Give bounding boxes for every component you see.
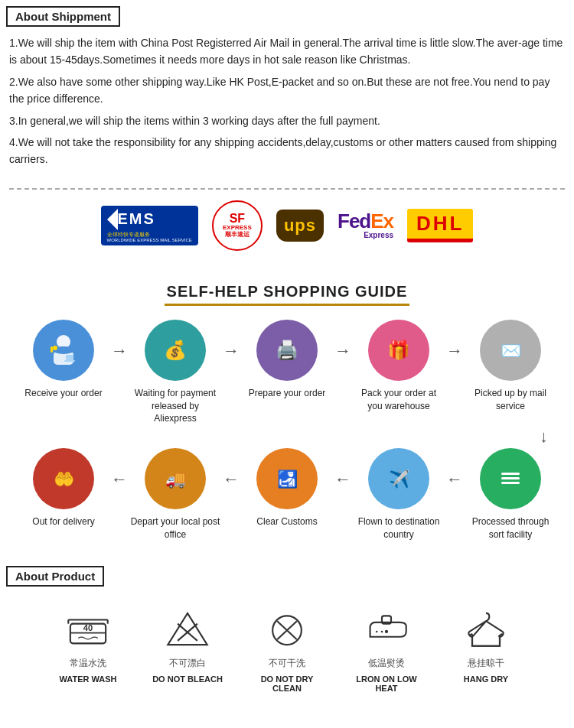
svg-rect-6 <box>64 360 75 362</box>
step-5-label: Picked up by mail service <box>465 387 556 413</box>
down-arrow: ↓ <box>0 427 574 447</box>
care-water-wash: 40 常温水洗 WATER WASH <box>50 606 126 693</box>
guide-step-3: 🖨️ Prepare your order <box>241 320 333 400</box>
wash-icon: 40 <box>65 608 111 650</box>
guide-underline <box>165 304 409 306</box>
no-bleach-icon <box>165 608 210 650</box>
svg-rect-4 <box>51 346 53 353</box>
guide-section: SELF-HELP SHOPPING GUIDE Receive your or… <box>0 269 574 541</box>
arrow-3: → <box>333 341 353 361</box>
low-iron-label-en: LRON ON LOW HEAT <box>348 674 425 693</box>
guide-row-2: 🤲 Out for delivery ← 🚚 Depart your local… <box>0 448 574 541</box>
step-5-icon: ✉️ <box>480 320 541 381</box>
care-no-dry-clean: 不可干洗 DO NOT DRY CLEAN <box>249 606 325 693</box>
sf-express-logo: SF EXPRESS顺丰速运 <box>212 200 263 251</box>
svg-text:🤲: 🤲 <box>54 469 75 489</box>
guide-step-5: ✉️ Picked up by mail service <box>465 320 556 413</box>
step-1-label: Receive your order <box>24 387 102 400</box>
guide-row-1: Receive your order → 💰 Waiting for payme… <box>0 320 574 425</box>
product-section: About Product 40 常温水洗 <box>0 560 574 700</box>
care-hang-dry: 悬挂晾干 HANG DRY <box>448 606 524 693</box>
carrier-logos-row: EMS 全球特快专递服务 WORLDWIDE EXPRESS MAIL SERV… <box>9 188 565 258</box>
step-2-label: Waiting for payment released by Aliexpre… <box>129 387 221 425</box>
svg-text:🚚: 🚚 <box>165 469 187 489</box>
step-10-label: Processed through sort facility <box>465 515 556 541</box>
svg-rect-24 <box>501 473 520 475</box>
svg-text:💰: 💰 <box>164 339 187 361</box>
care-low-iron: 低温熨烫 LRON ON LOW HEAT <box>348 606 425 693</box>
wash-label-cn: 常温水洗 <box>70 657 106 670</box>
svg-text:🖨️: 🖨️ <box>276 339 298 361</box>
shipping-header: About Shippment <box>0 0 574 31</box>
step-9-icon: ✈️ <box>368 448 429 509</box>
svg-point-42 <box>381 631 383 633</box>
shipping-point-3: 3.In general,we will ship the items with… <box>9 112 565 129</box>
svg-text:🎁: 🎁 <box>387 339 410 361</box>
guide-title: SELF-HELP SHOPPING GUIDE <box>0 269 574 304</box>
care-icons-row: 40 常温水洗 WATER WASH <box>0 591 574 700</box>
step-7-label: Depart your local post office <box>129 515 221 541</box>
shipping-point-4: 4.We will not take the responsibility fo… <box>9 134 565 168</box>
dhl-logo: DHL <box>407 209 473 242</box>
ups-logo: ups <box>276 210 324 242</box>
wash-label-en: WATER WASH <box>60 674 117 684</box>
no-dry-clean-label-en: DO NOT DRY CLEAN <box>249 674 325 693</box>
left-arrow-2: ← <box>221 470 241 489</box>
low-iron-icon <box>364 608 409 650</box>
hang-dry-label-en: HANG DRY <box>464 674 508 684</box>
hang-dry-label-cn: 悬挂晾干 <box>468 657 504 670</box>
hang-dry-icon <box>463 608 509 650</box>
ems-logo: EMS 全球特快专递服务 WORLDWIDE EXPRESS MAIL SERV… <box>101 206 198 245</box>
step-6-icon: 🤲 <box>33 448 94 509</box>
svg-text:40: 40 <box>83 623 93 632</box>
step-3-icon: 🖨️ <box>256 320 318 381</box>
product-header: About Product <box>0 560 574 591</box>
guide-step-6: 🤲 Out for delivery <box>18 448 109 528</box>
arrow-2: → <box>221 341 241 361</box>
product-title: About Product <box>6 566 104 587</box>
step-9-label: Flown to destination country <box>353 515 445 541</box>
step-7-icon: 🚚 <box>145 448 206 509</box>
svg-text:✉️: ✉️ <box>501 340 522 361</box>
low-iron-label-cn: 低温熨烫 <box>368 657 405 670</box>
left-arrow-1: ← <box>109 470 129 489</box>
guide-step-7: 🚚 Depart your local post office <box>129 448 221 541</box>
guide-step-8: 🛃 Clear Customs <box>241 448 333 528</box>
no-bleach-label-cn: 不可漂白 <box>169 657 206 670</box>
shipping-body: 1.We will ship the item with China Post … <box>0 31 574 180</box>
svg-point-41 <box>376 631 378 633</box>
care-no-bleach: 不可漂白 DO NOT BLEACH <box>149 606 226 693</box>
svg-marker-33 <box>168 613 207 645</box>
step-2-icon: 💰 <box>145 320 206 381</box>
svg-text:✈️: ✈️ <box>389 469 410 489</box>
arrow-1: → <box>109 341 129 361</box>
step-4-icon: 🎁 <box>368 320 429 381</box>
shipping-point-1: 1.We will ship the item with China Post … <box>9 34 565 69</box>
step-10-icon <box>480 448 541 509</box>
left-arrow-3: ← <box>333 470 353 489</box>
fedex-logo: FedEx Express <box>338 211 393 239</box>
shipping-point-2: 2.We also have some other shipping way.L… <box>9 73 565 108</box>
guide-step-10: Processed through sort facility <box>465 448 556 541</box>
no-dry-clean-icon <box>264 608 310 650</box>
step-4-label: Pack your order at you warehouse <box>353 387 445 413</box>
step-6-label: Out for delivery <box>32 515 94 528</box>
left-arrow-4: ← <box>445 470 465 489</box>
svg-rect-26 <box>501 482 520 484</box>
guide-step-4: 🎁 Pack your order at you warehouse <box>353 320 445 413</box>
no-dry-clean-label-cn: 不可干洗 <box>269 657 305 670</box>
step-8-icon: 🛃 <box>256 448 318 509</box>
no-bleach-label-en: DO NOT BLEACH <box>152 674 223 684</box>
guide-step-1: Receive your order <box>18 320 109 400</box>
shipping-title: About Shippment <box>6 6 120 27</box>
shipping-section: About Shippment 1.We will ship the item … <box>0 0 574 258</box>
guide-step-2: 💰 Waiting for payment released by Aliexp… <box>129 320 221 425</box>
svg-point-40 <box>385 630 388 633</box>
step-3-label: Prepare your order <box>249 387 326 400</box>
svg-rect-25 <box>501 477 520 479</box>
svg-point-3 <box>53 346 57 350</box>
arrow-4: → <box>445 341 465 361</box>
svg-rect-5 <box>66 355 73 360</box>
receive-order-icon <box>44 331 83 369</box>
step-1-icon <box>33 320 94 381</box>
